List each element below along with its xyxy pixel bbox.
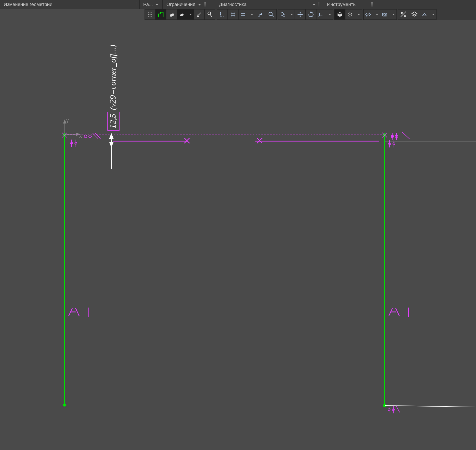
- layers-button[interactable]: [409, 9, 420, 20]
- vis-hide-button[interactable]: [363, 9, 380, 20]
- panel-header-strip: Изменение геометрии Ра... Ограничения Ди…: [0, 0, 476, 9]
- chevron-down-icon: [376, 14, 378, 15]
- svg-point-25: [63, 403, 66, 407]
- grip-icon[interactable]: [318, 2, 320, 7]
- panel-instruments[interactable]: Инструменты: [323, 0, 376, 9]
- snap-grid-dropdown-button[interactable]: [238, 9, 255, 20]
- eraser-button[interactable]: [166, 9, 177, 20]
- probe-button[interactable]: [204, 9, 215, 20]
- svg-point-5: [151, 14, 152, 15]
- grip-icon[interactable]: [204, 2, 206, 7]
- sketch-geometry: [65, 135, 385, 406]
- axis-y-label: Y: [66, 118, 69, 124]
- export-button[interactable]: [420, 9, 437, 20]
- svg-point-12: [220, 12, 221, 13]
- box-wire-button[interactable]: [345, 9, 362, 20]
- svg-point-1: [150, 12, 150, 13]
- svg-text:\: \: [75, 306, 80, 317]
- camera-button[interactable]: [380, 9, 397, 20]
- box-solid-button[interactable]: [334, 9, 345, 20]
- svg-point-40: [84, 135, 87, 138]
- ref-line-bottom: [385, 406, 476, 407]
- vertical-constraint-glyphs: /=\ /=\: [68, 306, 409, 317]
- chevron-down-icon: [251, 14, 253, 15]
- svg-line-42: [93, 133, 98, 139]
- sketch-canvas[interactable]: Y X: [0, 20, 476, 450]
- snap-corner-button[interactable]: [217, 9, 228, 20]
- svg-point-17: [384, 14, 385, 16]
- snap-step-button[interactable]: [255, 9, 266, 20]
- svg-point-11: [208, 12, 211, 15]
- eraser-dropdown-button[interactable]: [177, 9, 194, 20]
- svg-point-19: [404, 15, 406, 17]
- svg-point-8: [151, 16, 152, 17]
- chevron-down-icon: [189, 14, 192, 15]
- dimension-label[interactable]: 12,5(v29=corner_off...): [108, 45, 118, 131]
- dimension-leader: [110, 134, 113, 169]
- grip-icon[interactable]: [371, 2, 373, 7]
- dim-extension-lines: [113, 138, 379, 143]
- svg-point-18: [401, 12, 403, 14]
- panel-label: Инструменты: [327, 2, 356, 7]
- zoom-region-button[interactable]: [278, 9, 295, 20]
- grip-icon[interactable]: [145, 9, 156, 20]
- svg-rect-10: [180, 13, 184, 17]
- chevron-down-icon: [329, 14, 331, 15]
- panel-edit-geometry[interactable]: Изменение геометрии: [0, 0, 140, 9]
- svg-point-6: [148, 16, 149, 17]
- chevron-down-icon[interactable]: [155, 4, 158, 6]
- chevron-down-icon: [358, 14, 360, 15]
- dimension-value: 12,5: [107, 112, 120, 131]
- sketch-endpoints: [63, 133, 386, 407]
- axis-move-button[interactable]: [295, 9, 306, 20]
- svg-point-2: [151, 12, 152, 13]
- grip-icon[interactable]: [135, 2, 137, 7]
- chevron-down-icon[interactable]: [313, 4, 316, 6]
- svg-point-4: [150, 14, 150, 15]
- snap-grid-button[interactable]: [227, 9, 239, 20]
- panel-constraints[interactable]: Ограничения: [163, 0, 215, 9]
- panel-label: Ограничения: [166, 2, 195, 7]
- svg-text:\: \: [395, 306, 400, 317]
- panel-label: Ра...: [143, 2, 153, 7]
- svg-line-48: [402, 132, 410, 139]
- chevron-down-icon[interactable]: [198, 4, 201, 6]
- profile-tool-button[interactable]: [155, 9, 166, 20]
- csys-button[interactable]: [316, 9, 333, 20]
- toolbar: [145, 9, 476, 20]
- axis-rotate-button[interactable]: [305, 9, 316, 20]
- svg-point-3: [148, 14, 149, 15]
- svg-line-43: [95, 133, 101, 139]
- perpendicular-button[interactable]: [194, 9, 205, 20]
- panel-label: Изменение геометрии: [4, 2, 52, 7]
- svg-point-7: [150, 16, 150, 17]
- constraint-markers-tr: [382, 132, 410, 147]
- svg-point-0: [148, 12, 149, 13]
- constraint-markers-br: [388, 406, 400, 413]
- svg-point-13: [269, 12, 272, 16]
- panel-diagnostics[interactable]: Диагностика: [215, 0, 323, 9]
- dimension-formula: (v29=corner_off...): [108, 45, 117, 110]
- svg-point-41: [89, 135, 91, 138]
- svg-rect-9: [170, 13, 174, 17]
- panel-label: Диагностика: [219, 2, 246, 7]
- panel-ra[interactable]: Ра...: [140, 0, 163, 9]
- chevron-down-icon: [392, 14, 395, 15]
- svg-line-57: [396, 406, 400, 412]
- sketch-svg: Y X: [0, 20, 476, 450]
- zoom-button[interactable]: [266, 9, 277, 20]
- chevron-down-icon: [290, 14, 293, 15]
- settings-button[interactable]: [398, 9, 409, 20]
- svg-point-14: [281, 13, 284, 16]
- chevron-down-icon: [432, 14, 435, 15]
